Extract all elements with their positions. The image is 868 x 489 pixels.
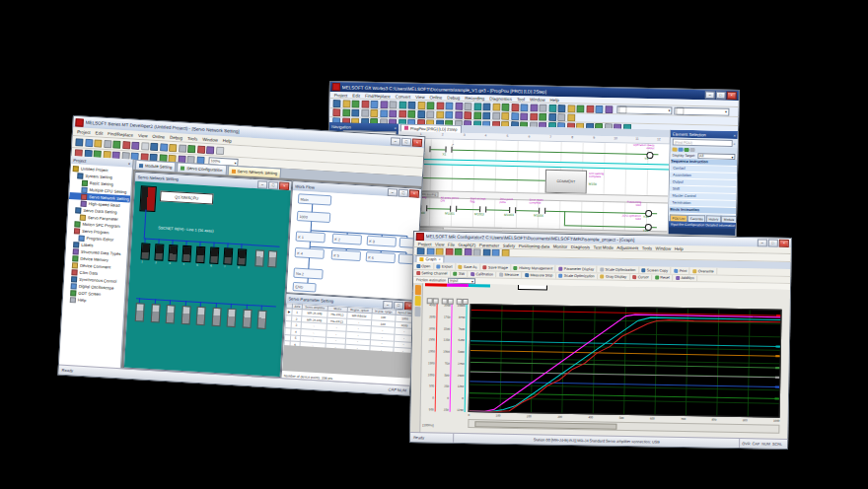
servo-amplifier[interactable] xyxy=(242,310,252,329)
servo-amplifier[interactable] xyxy=(166,305,176,324)
servo-amplifier[interactable] xyxy=(256,310,266,329)
close-icon[interactable]: × xyxy=(733,132,736,137)
toolbar-icon[interactable] xyxy=(332,100,340,107)
menu-item[interactable]: Tools xyxy=(642,245,652,250)
toolbar-icon[interactable] xyxy=(417,101,425,108)
graph-toolbar-button[interactable]: Calibration xyxy=(468,271,496,278)
graph-toolbar-button[interactable]: Measure Stop xyxy=(522,272,556,279)
toolbar-icon[interactable] xyxy=(530,104,538,111)
toolbar-icon[interactable] xyxy=(482,111,490,119)
toolbar-icon[interactable] xyxy=(567,113,575,121)
toolbar-icon[interactable] xyxy=(482,248,490,256)
toolbar-icon[interactable] xyxy=(389,109,397,117)
toolbar-icon[interactable] xyxy=(473,111,481,119)
toolbar-icon[interactable] xyxy=(436,247,444,255)
minimize-button[interactable]: ‒ xyxy=(391,137,400,146)
graph-toolbar-button[interactable]: Screen Copy xyxy=(639,266,672,274)
menu-item[interactable]: Adjustment xyxy=(616,244,638,249)
maximize-button[interactable]: □ xyxy=(768,239,778,246)
servo-amplifier[interactable] xyxy=(223,247,233,265)
y-axis-spinner[interactable] xyxy=(426,298,439,304)
plc-unit[interactable] xyxy=(139,185,157,212)
toolbar-icon[interactable] xyxy=(482,103,490,110)
toolbar-icon[interactable] xyxy=(398,110,406,118)
search-icon[interactable]: ⌕ xyxy=(733,141,735,146)
close-icon[interactable]: × xyxy=(128,161,131,166)
toolbar-icon[interactable] xyxy=(455,102,463,109)
toolbar-icon[interactable] xyxy=(492,103,500,110)
toolbar-icon[interactable] xyxy=(112,140,120,148)
menu-item[interactable]: Online xyxy=(430,95,443,100)
toolbar-icon[interactable] xyxy=(150,142,158,150)
toolbar-icon[interactable] xyxy=(407,110,415,118)
menu-item[interactable]: Help xyxy=(223,138,232,144)
menu-item[interactable]: Find/Replace xyxy=(108,131,133,138)
toolbar-icon[interactable] xyxy=(417,247,425,255)
toolbar-icon[interactable] xyxy=(557,113,565,121)
servo-amplifier[interactable] xyxy=(211,308,221,327)
toolbar-icon[interactable] xyxy=(445,111,453,119)
toolbar-icon[interactable] xyxy=(351,100,359,107)
axis-header-block[interactable]: Command pulsefreq. (kpps)1600 xyxy=(447,283,469,287)
toolbar-icon[interactable] xyxy=(196,145,204,153)
graph-toolbar-button[interactable]: Save As xyxy=(456,263,480,270)
element-selection-tab[interactable]: Library xyxy=(737,216,738,223)
menu-item[interactable]: Tools xyxy=(187,135,198,141)
docking-tab[interactable] xyxy=(414,307,420,316)
menu-item[interactable]: View xyxy=(415,94,425,99)
graph-toolbar-button[interactable]: Measure xyxy=(496,272,522,278)
io-unit[interactable] xyxy=(254,249,264,267)
toolbar-icon[interactable] xyxy=(187,144,195,152)
toolbar-icon[interactable] xyxy=(501,103,509,110)
menu-item[interactable]: Project xyxy=(334,93,348,98)
menu-item[interactable]: Project xyxy=(77,129,91,135)
toolbar-icon[interactable] xyxy=(179,144,186,152)
servo-amplifier[interactable] xyxy=(168,244,178,262)
toolbar-icon[interactable] xyxy=(380,101,388,108)
menu-item[interactable]: Recording xyxy=(465,95,484,100)
network-canvas[interactable]: Q170MSCPU SSCNET III(/H) : Line 1 (16 ax… xyxy=(124,181,291,377)
toolbar-icon[interactable] xyxy=(445,247,453,255)
menu-item[interactable]: Diagnosis xyxy=(571,244,590,248)
toolbar-icon[interactable] xyxy=(75,138,83,146)
servo-assistant-tab[interactable] xyxy=(414,285,420,295)
menu-item[interactable]: Window xyxy=(656,245,672,250)
menu-item[interactable]: Window xyxy=(202,136,218,142)
toolbar-icon[interactable] xyxy=(332,108,340,116)
servo-amplifier[interactable] xyxy=(140,243,150,260)
menu-item[interactable]: Convert xyxy=(396,94,410,99)
servo-amplifier[interactable] xyxy=(195,246,205,264)
spinner-down[interactable] xyxy=(463,299,469,305)
toolbar-icon[interactable] xyxy=(557,105,565,112)
toolbar-icon[interactable] xyxy=(426,102,434,109)
toolbar-icon[interactable] xyxy=(445,102,453,109)
graph-toolbar-button[interactable]: Setting Channel xyxy=(413,270,451,277)
close-icon[interactable]: × xyxy=(394,125,397,130)
toolbar-icon[interactable] xyxy=(685,148,689,153)
toolbar-icon[interactable] xyxy=(501,248,509,256)
toolbar-icon[interactable] xyxy=(492,112,500,120)
menu-item[interactable]: Positioning-data xyxy=(519,243,550,248)
toolbar-icon[interactable] xyxy=(389,101,397,108)
toolbar-icon[interactable] xyxy=(94,139,102,147)
servo-amplifier[interactable] xyxy=(227,309,237,328)
maximize-button[interactable]: □ xyxy=(401,137,411,146)
menu-item[interactable]: Window xyxy=(530,97,545,102)
menu-item[interactable]: Monitor xyxy=(553,244,568,248)
menu-item[interactable]: Safety xyxy=(503,243,516,247)
servo-amplifier[interactable] xyxy=(181,306,190,325)
graph-toolbar-button[interactable]: Parameter Display xyxy=(556,265,598,273)
graph-toolbar-button[interactable]: Open xyxy=(413,262,434,269)
menu-item[interactable]: Debug xyxy=(170,134,182,140)
menu-item[interactable]: File xyxy=(448,242,455,246)
menu-item[interactable]: Parameter xyxy=(479,243,500,247)
flowchart-canvas[interactable]: Main1000K 1K 2K 3K 4K 5K 6No.2END xyxy=(287,190,421,300)
maximize-button[interactable]: □ xyxy=(268,180,278,189)
toolbar-icon[interactable] xyxy=(361,109,369,117)
close-button[interactable]: × xyxy=(409,189,419,198)
graph-toolbar-button[interactable]: Scale Optimization xyxy=(598,265,639,273)
toolbar-icon[interactable] xyxy=(342,100,350,107)
toolbar-icon[interactable] xyxy=(141,142,149,150)
spinner-up[interactable] xyxy=(441,299,447,305)
toolbar-icon[interactable] xyxy=(679,147,684,152)
